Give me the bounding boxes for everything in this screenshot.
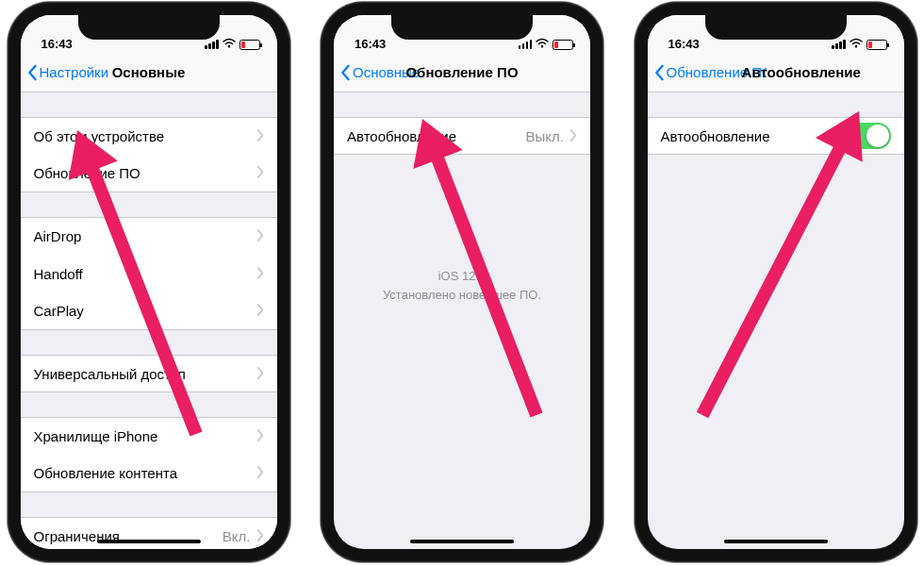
phone-screen: 16:43ОсновныеОбновление ПОАвтообновление… <box>334 15 590 549</box>
settings-cell[interactable]: Автообновление <box>648 117 904 155</box>
chevron-right-icon <box>256 303 264 319</box>
signal-icon <box>519 40 533 49</box>
nav-bar: НастройкиОсновные <box>21 53 277 92</box>
chevron-right-icon <box>256 428 264 444</box>
settings-cell[interactable]: Хранилище iPhone <box>21 417 277 455</box>
status-right <box>519 38 574 51</box>
chevron-right-icon <box>256 165 264 181</box>
signal-icon <box>205 40 219 49</box>
settings-cell[interactable]: Обновление контента <box>21 455 277 492</box>
nav-title: Основные <box>112 64 186 80</box>
cell-label: AirDrop <box>34 228 256 244</box>
group-spacer <box>21 192 277 217</box>
wifi-icon <box>223 38 236 51</box>
chevron-right-icon <box>569 128 577 144</box>
cell-label: CarPlay <box>34 303 256 319</box>
settings-cell[interactable]: Универсальный доступ <box>21 355 277 392</box>
phone-wrap: 16:43ОсновныеОбновление ПОАвтообновление… <box>314 0 611 566</box>
settings-cell[interactable]: АвтообновлениеВыкл. <box>334 117 590 155</box>
svg-point-1 <box>541 45 543 47</box>
wifi-icon <box>536 38 549 51</box>
phone-wrap: 16:43НастройкиОсновныеОб этом устройстве… <box>0 0 297 566</box>
cell-label: Автообновление <box>347 128 526 144</box>
content-list[interactable]: АвтообновлениеВыкл.iOS 12.0Установлено н… <box>334 92 590 155</box>
settings-cell[interactable]: Об этом устройстве <box>21 117 277 155</box>
battery-icon <box>866 40 887 50</box>
status-right <box>205 38 260 51</box>
settings-cell[interactable]: Handoff <box>21 255 277 292</box>
nav-bar: Обновление ПОАвтообновление <box>648 53 904 92</box>
chevron-right-icon <box>256 228 264 244</box>
cell-value: Вкл. <box>223 528 251 544</box>
content-list[interactable]: Автообновление <box>648 92 904 155</box>
group-spacer <box>21 330 277 355</box>
svg-point-2 <box>854 45 856 47</box>
phone-frame: 16:43НастройкиОсновныеОб этом устройстве… <box>8 2 290 562</box>
chevron-right-icon <box>256 128 264 144</box>
group-spacer <box>21 392 277 417</box>
status-time: 16:43 <box>41 37 73 51</box>
cell-label: Универсальный доступ <box>34 366 256 382</box>
phone-screen: 16:43НастройкиОсновныеОб этом устройстве… <box>21 15 277 549</box>
notch <box>78 15 220 40</box>
group-spacer <box>21 492 277 517</box>
settings-cell[interactable]: AirDrop <box>21 217 277 255</box>
status-time: 16:43 <box>355 37 386 51</box>
status-time: 16:43 <box>668 37 700 51</box>
cell-label: Обновление контента <box>34 465 256 481</box>
cell-value: Выкл. <box>526 128 564 144</box>
phone-wrap: 16:43Обновление ПОАвтообновлениеАвтообно… <box>627 0 924 566</box>
back-label: Настройки <box>40 64 109 80</box>
nav-title: Автообновление <box>742 64 861 80</box>
cell-label: Хранилище iPhone <box>34 428 256 444</box>
settings-cell[interactable]: CarPlay <box>21 292 277 330</box>
group-spacer <box>648 92 904 117</box>
chevron-right-icon <box>256 528 264 544</box>
settings-cell[interactable]: Обновление ПО <box>21 155 277 192</box>
toggle-switch[interactable] <box>848 123 891 149</box>
battery-icon <box>239 40 260 50</box>
back-button[interactable]: Настройки <box>26 64 109 81</box>
chevron-right-icon <box>256 266 264 282</box>
update-info: iOS 12.0Установлено новейшее ПО. <box>334 267 590 304</box>
phone-frame: 16:43Обновление ПОАвтообновлениеАвтообно… <box>635 2 917 562</box>
signal-icon <box>832 40 846 49</box>
svg-point-0 <box>227 45 229 47</box>
settings-cell[interactable]: ОграниченияВкл. <box>21 517 277 549</box>
cell-label: Автообновление <box>661 128 848 144</box>
home-indicator[interactable] <box>410 540 514 543</box>
group-spacer <box>21 92 277 117</box>
chevron-right-icon <box>256 465 264 481</box>
phone-frame: 16:43ОсновныеОбновление ПОАвтообновление… <box>321 2 603 562</box>
phone-screen: 16:43Обновление ПОАвтообновлениеАвтообно… <box>648 15 904 549</box>
cell-label: Обновление ПО <box>34 165 256 181</box>
battery-icon <box>553 40 573 50</box>
home-indicator[interactable] <box>724 540 828 543</box>
nav-bar: ОсновныеОбновление ПО <box>334 53 590 92</box>
group-spacer <box>334 92 590 117</box>
chevron-right-icon <box>256 366 264 382</box>
cell-label: Об этом устройстве <box>34 128 256 144</box>
content-list[interactable]: Об этом устройствеОбновление ПОAirDropHa… <box>21 92 277 549</box>
status-right <box>832 38 887 51</box>
notch <box>705 15 847 40</box>
nav-title: Обновление ПО <box>405 64 518 80</box>
wifi-icon <box>850 38 863 51</box>
home-indicator[interactable] <box>97 540 201 543</box>
cell-label: Handoff <box>34 266 256 282</box>
notch <box>391 15 533 40</box>
